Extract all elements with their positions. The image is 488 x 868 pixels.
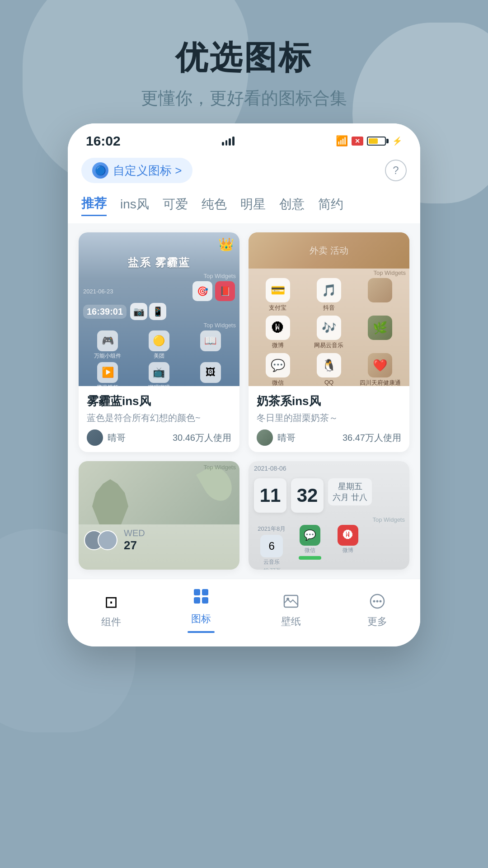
theme-card-4[interactable]: 2021-08-06 11 32 星期五 六月 廿八 Top Widgets 2… (249, 461, 409, 570)
app-icon-photo: 🖼 (200, 362, 221, 383)
status-right-icons: 📶 ✕ ⚡ (336, 135, 402, 147)
nav-item-widgets[interactable]: ⊡ 组件 (101, 593, 121, 629)
bottom-nav: ⊡ 组件 图标 壁纸 (68, 579, 420, 646)
nav-indicator-icons (188, 631, 215, 633)
theme-preview-2: 外卖 活动 Top Widgets 💳 支付宝 🎵 抖音 (249, 232, 409, 386)
card3-bottom: WED 27 (79, 524, 239, 556)
page-title: 优选图标 (141, 36, 347, 80)
icons-icon (193, 588, 209, 609)
card4-app-row: 2021年8月 6 云音乐 40.77万 💬 微信 (249, 523, 409, 570)
app-wechat: 💬 (266, 353, 290, 377)
svg-point-5 (286, 598, 289, 600)
more-icon (369, 593, 385, 611)
usage-count-1: 30.46万人使用 (173, 432, 231, 444)
mini-app-3: 📷 (130, 303, 147, 320)
theme-card-milk-tea[interactable]: 外卖 活动 Top Widgets 💳 支付宝 🎵 抖音 (249, 232, 409, 452)
nav-label-widgets: 组件 (101, 615, 121, 629)
svg-point-7 (373, 600, 375, 602)
nav-label-icons: 图标 (191, 612, 211, 626)
card3-image: Top Widgets (79, 461, 239, 524)
mini-app-2: 📕 (215, 281, 235, 301)
app-icon-xiaohongshu: 📖 (200, 330, 221, 351)
page-subtitle: 更懂你，更好看的图标合集 (141, 87, 347, 110)
battery-icon (367, 137, 389, 146)
c4-calendar: 6 (260, 535, 283, 557)
theme-name-1: 雾霾蓝ins风 (87, 393, 231, 409)
nav-label-wallpaper: 壁纸 (281, 615, 301, 628)
app-icon-bilibili: 📺 (149, 362, 169, 383)
nav-item-more[interactable]: 更多 (367, 593, 387, 628)
app-health: ❤️ (368, 353, 392, 377)
theme-meta-2: 晴哥 36.47万人使用 (257, 429, 401, 446)
app-icon-wanpu: 🎮 (97, 330, 118, 351)
svg-point-9 (379, 600, 381, 602)
tw-label-card2: Top Widgets (249, 269, 409, 276)
card4-hour: 11 (254, 478, 286, 513)
card2-banner: 外卖 活动 (249, 232, 409, 269)
theme-preview-3: Top Widgets WED 27 (79, 461, 239, 570)
author-avatar-2 (257, 429, 273, 446)
card4-date-side: 星期五 六月 廿八 (328, 478, 372, 505)
page-header: 优选图标 更懂你，更好看的图标合集 (141, 36, 347, 110)
tab-simple[interactable]: 简约 (318, 196, 343, 216)
category-tabs: 推荐 ins风 可爱 纯色 明星 创意 简约 (68, 188, 420, 223)
theme-card-haze-blue[interactable]: 👑 盐系 雾霾蓝 Top Widgets 2021-06-23 🎯 📕 16:3… (79, 232, 239, 452)
help-button[interactable]: ? (385, 160, 407, 181)
tab-cute[interactable]: 可爱 (163, 196, 188, 216)
app-icon-tencent: ▶️ (97, 362, 118, 383)
bolt-icon: ⚡ (392, 136, 402, 146)
tab-star[interactable]: 明星 (240, 196, 266, 216)
widgets-icon: ⊡ (104, 593, 118, 612)
tab-creative[interactable]: 创意 (279, 196, 305, 216)
theme-name-2: 奶茶系ins风 (257, 393, 401, 409)
tw-label-1: Top Widgets (79, 273, 239, 279)
app-icon-meituan: 🟡 (149, 330, 169, 351)
app-alipay: 💳 (266, 278, 290, 302)
custom-icon-text: 自定义图标 > (113, 163, 182, 179)
author-name-2: 晴哥 (277, 432, 296, 444)
app-qq: 🐧 (317, 353, 341, 377)
nav-item-icons[interactable]: 图标 (188, 588, 215, 633)
c4-weibo: 🅦 (338, 525, 358, 546)
svg-rect-1 (202, 589, 208, 595)
card1-title: 盐系 雾霾蓝 (79, 252, 239, 272)
mini-app-4: 📱 (149, 303, 166, 320)
author-name-1: 晴哥 (108, 432, 126, 444)
wallpaper-icon (283, 593, 299, 611)
usage-count-2: 36.47万人使用 (343, 432, 401, 444)
signal-x-icon: ✕ (352, 137, 363, 146)
app-netease: 🎶 (317, 316, 341, 340)
mini-app-1: 🎯 (192, 281, 212, 301)
custom-icon-circle: 🔵 (92, 162, 108, 179)
theme-info-2: 奶茶系ins风 冬日里的甜栗奶茶～ 晴哥 36.47万人使用 (249, 386, 409, 452)
card4-minute: 32 (291, 478, 324, 513)
nav-label-more: 更多 (367, 615, 387, 628)
card1-clock: 16:39:01 (83, 305, 127, 319)
card2-app-grid: 💳 支付宝 🎵 抖音 🅦 微博 (249, 276, 409, 386)
help-icon: ? (393, 164, 399, 177)
themes-grid: 👑 盐系 雾霾蓝 Top Widgets 2021-06-23 🎯 📕 16:3… (68, 223, 420, 579)
app-weibo: 🅦 (266, 316, 290, 340)
custom-icon-button[interactable]: 🔵 自定义图标 > (81, 158, 192, 183)
profile-2 (98, 530, 117, 550)
tw-label-2: Top Widgets (79, 322, 239, 329)
theme-desc-1: 蓝色是符合所有幻想的颜色~ (87, 412, 231, 424)
top-bar: 🔵 自定义图标 > ? (68, 153, 420, 188)
app-placeholder (368, 278, 392, 302)
tab-recommend[interactable]: 推荐 (81, 195, 107, 216)
cat-silhouette (92, 479, 128, 524)
svg-rect-2 (194, 597, 200, 604)
crown-badge: 👑 (218, 237, 234, 252)
tab-pure[interactable]: 纯色 (202, 196, 227, 216)
svg-rect-0 (194, 589, 200, 595)
tab-ins[interactable]: ins风 (120, 196, 149, 216)
app-scenic: 🌿 (368, 316, 392, 340)
c4-wechat: 💬 (300, 525, 320, 546)
nav-item-wallpaper[interactable]: 壁纸 (281, 593, 301, 628)
theme-preview-4: 2021-08-06 11 32 星期五 六月 廿八 Top Widgets 2… (249, 461, 409, 570)
theme-preview-1: 👑 盐系 雾霾蓝 Top Widgets 2021-06-23 🎯 📕 16:3… (79, 232, 239, 386)
theme-desc-2: 冬日里的甜栗奶茶～ (257, 412, 401, 424)
status-bar: 16:02 📶 ✕ ⚡ (68, 123, 420, 153)
card1-app-row: 🎮 万能小组件 🟡 美团 📖 ▶️ 腾讯视频 (79, 329, 239, 386)
theme-card-3[interactable]: Top Widgets WED 27 (79, 461, 239, 570)
